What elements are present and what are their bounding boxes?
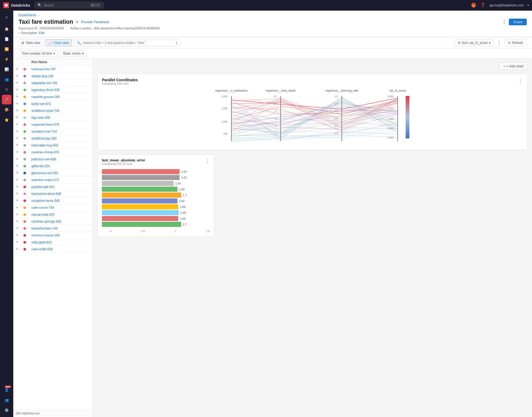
sidebar-icon-settings[interactable]: ⚙️ <box>2 405 11 415</box>
time-filter-button[interactable]: Time created: All time ▾ <box>19 50 58 57</box>
run-name[interactable]: salty-goat-812 <box>31 240 91 244</box>
chart-view-button[interactable]: 📈 Chart view <box>45 39 72 46</box>
run-eye-icon[interactable]: 👁 <box>15 122 23 126</box>
sidebar-icon-feature[interactable]: ⭐ <box>2 115 11 125</box>
list-item[interactable]: 👁 casual-toad-203 <box>13 211 93 218</box>
run-eye-icon[interactable]: 👁 <box>15 136 23 140</box>
list-item[interactable]: 👁 carefree-chimp-876 <box>13 149 93 156</box>
run-eye-icon[interactable]: 👁 <box>15 226 23 230</box>
run-eye-icon[interactable]: 👁 <box>15 74 23 78</box>
run-name[interactable]: gifted-kit-254 <box>31 164 91 168</box>
run-name[interactable]: calm-moth-608 <box>31 247 91 251</box>
list-item[interactable]: 👁 stately-dog-138 <box>13 73 93 80</box>
run-name[interactable]: nervous-moose-260 <box>31 234 91 237</box>
run-eye-icon[interactable]: 👁 <box>15 150 23 154</box>
run-name[interactable]: stately-dog-138 <box>31 74 91 78</box>
toolbar-more-icon[interactable]: ⋮ <box>496 40 502 46</box>
run-eye-icon[interactable]: 👁 <box>15 192 23 196</box>
list-item[interactable]: 👁 respected-bear-976 <box>13 121 93 128</box>
list-item[interactable]: 👁 judicious-owl-836 <box>13 156 93 163</box>
list-item[interactable]: 👁 ambitious-jay-283 <box>13 135 93 142</box>
run-eye-icon[interactable]: 👁 <box>15 178 23 182</box>
search-field[interactable]: 🔍 ℹ <box>74 40 180 46</box>
run-name[interactable]: ambitious-stoat-704 <box>31 109 91 113</box>
sidebar-icon-new[interactable]: 👤 NEW <box>2 385 11 395</box>
gift-icon[interactable]: 🎁 <box>471 3 476 8</box>
user-menu[interactable]: apurva@databricks.com <box>489 3 524 7</box>
run-name[interactable]: handsome-skink-548 <box>31 192 91 196</box>
state-filter-button[interactable]: State: Active ▾ <box>60 50 87 57</box>
run-name[interactable]: big-mole-455 <box>31 116 91 120</box>
run-name[interactable]: burly-ram-871 <box>31 102 91 106</box>
sidebar-icon-data[interactable]: 📄 <box>2 34 11 44</box>
refresh-button[interactable]: ↻ Refresh <box>505 39 527 46</box>
run-name[interactable]: luminous-fox-787 <box>31 67 91 71</box>
run-name[interactable]: glamorous-eel-263 <box>31 171 91 175</box>
more-options-icon[interactable]: ⋮ <box>502 19 507 25</box>
list-item[interactable]: 👁 puzzled-yak-851 <box>13 183 93 190</box>
list-item[interactable]: 👁 selective-snipe-272 <box>13 177 93 183</box>
list-item[interactable]: 👁 calm-conch-754 <box>13 204 93 211</box>
list-item[interactable]: 👁 handsome-skink-548 <box>13 190 93 197</box>
sidebar-icon-menu[interactable]: ≡ <box>2 13 11 22</box>
run-eye-icon[interactable]: 👁 <box>15 88 23 92</box>
run-eye-icon[interactable]: 👁 <box>15 185 23 189</box>
list-item[interactable]: 👁 receptive-horse-540 <box>13 197 93 204</box>
run-eye-icon[interactable]: 👁 <box>15 129 23 133</box>
sidebar-icon-users[interactable]: 👥 <box>2 395 11 405</box>
run-eye-icon[interactable]: 👁 <box>15 67 23 71</box>
run-eye-icon[interactable]: 👁 <box>15 240 23 244</box>
list-item[interactable]: 👁 luminous-fox-787 <box>13 66 93 73</box>
run-name[interactable]: vaunted-crow-732 <box>31 130 91 133</box>
sidebar-icon-people[interactable]: 👥 <box>2 75 11 84</box>
edit-description-link[interactable]: Edit <box>39 31 44 35</box>
breadcrumb[interactable]: Experiments › <box>19 13 527 17</box>
run-name[interactable]: capable-grouse-280 <box>31 95 91 99</box>
run-name[interactable]: judicious-owl-836 <box>31 157 91 161</box>
run-eye-icon[interactable]: 👁 <box>15 171 23 175</box>
run-name[interactable]: selective-snipe-272 <box>31 178 91 182</box>
table-view-button[interactable]: ⊞ Table view <box>19 39 43 46</box>
sidebar-icon-models[interactable]: 📦 <box>2 105 11 115</box>
sidebar-icon-list[interactable]: ☰ <box>2 85 11 94</box>
list-item[interactable]: 👁 gifted-kit-254 <box>13 163 93 170</box>
run-eye-icon[interactable]: 👁 <box>15 233 23 237</box>
run-eye-icon[interactable]: 👁 <box>15 164 23 168</box>
run-eye-icon[interactable]: 👁 <box>15 219 23 223</box>
run-eye-icon[interactable]: 👁 <box>15 206 23 210</box>
list-item[interactable]: 👁 burly-ram-871 <box>13 100 93 107</box>
run-eye-icon[interactable]: 👁 <box>15 199 23 203</box>
sidebar-icon-workflows[interactable]: 🔀 <box>2 44 11 54</box>
description-chevron-icon[interactable]: › <box>19 31 20 35</box>
list-item[interactable]: 👁 glamorous-eel-263 <box>13 170 93 177</box>
filter-input[interactable] <box>83 41 174 45</box>
run-eye-icon[interactable]: 👁 <box>15 116 23 120</box>
sidebar-icon-compute[interactable]: ⚡ <box>2 54 11 64</box>
run-eye-icon[interactable]: 👁 <box>15 109 23 113</box>
list-item[interactable]: 👁 vaunted-crow-732 <box>13 128 93 135</box>
run-name[interactable]: adaptable-ant-706 <box>31 81 91 85</box>
add-chart-button[interactable]: + + Add chart <box>499 62 528 70</box>
run-name[interactable]: legendary-finch-635 <box>31 88 91 92</box>
sort-button[interactable]: ⇅ Sort: val_r2_score ▾ <box>455 39 493 46</box>
run-name[interactable]: casual-toad-203 <box>31 213 91 216</box>
copy-icon[interactable]: ⧉ <box>76 20 78 24</box>
list-item[interactable]: 👁 salty-goat-812 <box>13 239 93 246</box>
run-name[interactable]: carefree-sponge-368 <box>31 220 91 223</box>
run-eye-icon[interactable]: 👁 <box>15 143 23 147</box>
run-eye-icon[interactable]: 👁 <box>15 81 23 85</box>
run-eye-icon[interactable]: 👁 <box>15 247 23 251</box>
list-item[interactable]: 👁 nervous-moose-260 <box>13 232 93 239</box>
provide-feedback-link[interactable]: Provide Feedback <box>81 20 109 24</box>
help-icon[interactable]: ❓ <box>480 3 485 8</box>
bar-chart-more-icon[interactable]: ⋮ <box>205 158 210 164</box>
list-item[interactable]: 👁 capable-grouse-280 <box>13 93 93 100</box>
list-item[interactable]: 👁 big-mole-455 <box>13 114 93 121</box>
run-name[interactable]: calm-conch-754 <box>31 206 91 210</box>
search-bar[interactable]: 🔍 Search ⌘ + P <box>35 2 104 9</box>
run-name[interactable]: receptive-horse-540 <box>31 199 91 203</box>
run-name[interactable]: beautiful-fawn-149 <box>31 227 91 230</box>
run-name[interactable]: puzzled-yak-851 <box>31 185 91 189</box>
sidebar-icon-home[interactable]: 🏠 <box>2 24 11 34</box>
run-eye-icon[interactable]: 👁 <box>15 157 23 161</box>
